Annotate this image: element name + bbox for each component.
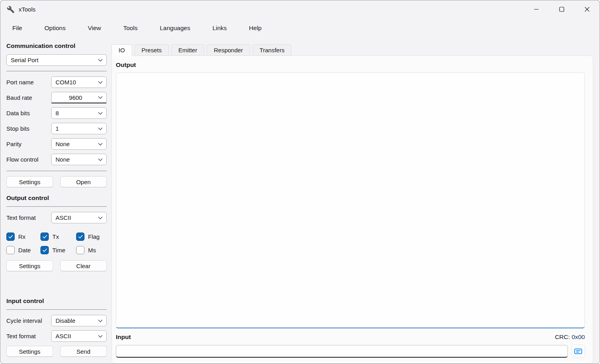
- checkbox-box: [6, 233, 15, 241]
- output-flags: Rx Tx Flag Date Time: [6, 233, 107, 254]
- checkbox-box: [76, 233, 84, 241]
- sidebar: Communication control Serial Port Port n…: [6, 38, 107, 364]
- cycle-interval-select[interactable]: Disable: [51, 315, 107, 326]
- checkbox-flag[interactable]: Flag: [76, 233, 107, 241]
- chevron-down-icon: [96, 143, 103, 146]
- port-name-row: Port name COM10: [6, 76, 107, 88]
- input-text-format-select[interactable]: ASCII: [51, 330, 107, 342]
- menu-help[interactable]: Help: [249, 25, 262, 32]
- output-section-label: Output: [116, 61, 585, 69]
- menu-file[interactable]: File: [12, 25, 22, 32]
- chevron-down-icon: [96, 112, 103, 115]
- minimize-button[interactable]: [523, 0, 549, 18]
- chevron-down-icon: [96, 59, 103, 62]
- divider: [6, 206, 107, 207]
- data-bits-select[interactable]: 8: [51, 107, 107, 119]
- input-format-button[interactable]: [571, 345, 585, 358]
- output-control-header: Output control: [6, 194, 107, 202]
- divider: [6, 171, 107, 171]
- input-buttons: Settings Send: [6, 346, 107, 357]
- window-title: xTools: [19, 6, 36, 13]
- communication-control-header: Communication control: [6, 42, 107, 50]
- link-type-select[interactable]: Serial Port: [6, 54, 107, 66]
- output-text-format-select[interactable]: ASCII: [51, 212, 107, 223]
- tab-presets[interactable]: Presets: [134, 44, 169, 56]
- menu-tools[interactable]: Tools: [123, 25, 138, 32]
- chevron-down-icon: [96, 127, 103, 130]
- tab-bar: IO Presets Emitter Responder Transfers: [111, 44, 593, 56]
- output-text-area[interactable]: [116, 72, 585, 328]
- input-row: [116, 345, 585, 358]
- text-panel-icon: [574, 347, 583, 355]
- input-section-label: Input: [116, 334, 131, 341]
- comm-buttons: Settings Open: [6, 176, 107, 187]
- send-button[interactable]: Send: [60, 346, 107, 357]
- checkbox-rx[interactable]: Rx: [6, 233, 40, 241]
- checkbox-box: [6, 246, 15, 254]
- output-buttons: Settings Clear: [6, 260, 107, 271]
- cycle-interval-row: Cycle interval Disable: [6, 315, 107, 326]
- checkbox-box: [40, 233, 49, 241]
- output-settings-button[interactable]: Settings: [6, 260, 53, 271]
- checkbox-box: [76, 246, 84, 254]
- chevron-down-icon: [96, 96, 103, 99]
- chevron-down-icon: [96, 216, 103, 219]
- wrench-icon: [7, 6, 15, 13]
- window-controls: [523, 0, 600, 18]
- checkbox-ms[interactable]: Ms: [76, 246, 107, 254]
- tab-io[interactable]: IO: [111, 44, 132, 56]
- baud-rate-row: Baud rate 9600: [6, 92, 107, 103]
- sidebar-spacer: [6, 271, 107, 297]
- input-settings-button[interactable]: Settings: [6, 346, 53, 357]
- clear-button[interactable]: Clear: [60, 260, 107, 271]
- menu-links[interactable]: Links: [213, 25, 227, 32]
- stop-bits-select[interactable]: 1: [51, 123, 107, 134]
- divider: [6, 309, 107, 310]
- tab-transfers[interactable]: Transfers: [253, 44, 292, 56]
- chevron-down-icon: [96, 335, 103, 338]
- crc-value: 0x00: [571, 334, 585, 340]
- menu-view[interactable]: View: [88, 25, 101, 32]
- parity-select[interactable]: None: [51, 138, 107, 150]
- checkbox-time[interactable]: Time: [40, 246, 76, 254]
- checkbox-date[interactable]: Date: [6, 246, 40, 254]
- menu-bar: File Options View Tools Languages Links …: [0, 18, 600, 38]
- crc-label: CRC:: [555, 334, 570, 340]
- checkbox-box: [40, 246, 49, 254]
- input-text-format-row: Text format ASCII: [6, 330, 107, 342]
- input-field[interactable]: [116, 345, 568, 358]
- stop-bits-row: Stop bits 1: [6, 123, 107, 134]
- checkbox-tx[interactable]: Tx: [40, 233, 76, 241]
- open-button[interactable]: Open: [60, 176, 107, 187]
- io-tab-pane: Output Input CRC: 0x00: [111, 55, 593, 364]
- baud-rate-select[interactable]: 9600: [51, 92, 107, 103]
- menu-options[interactable]: Options: [44, 25, 65, 32]
- main-area: IO Presets Emitter Responder Transfers O…: [111, 38, 593, 364]
- comm-settings-button[interactable]: Settings: [6, 176, 53, 187]
- port-name-select[interactable]: COM10: [51, 76, 107, 88]
- flow-control-row: Flow control None: [6, 154, 107, 165]
- input-header-row: Input CRC: 0x00: [116, 334, 585, 341]
- menu-languages[interactable]: Languages: [160, 25, 190, 32]
- data-bits-row: Data bits 8: [6, 107, 107, 119]
- tab-emitter[interactable]: Emitter: [171, 44, 205, 56]
- close-button[interactable]: [574, 0, 600, 18]
- tab-responder[interactable]: Responder: [207, 44, 250, 56]
- maximize-button[interactable]: [549, 0, 574, 18]
- output-text-format-row: Text format ASCII: [6, 212, 107, 223]
- crc-readout: CRC: 0x00: [555, 334, 585, 341]
- chevron-down-icon: [96, 158, 103, 161]
- app-window: xTools File Options View Tools Languages…: [0, 0, 600, 364]
- input-control-header: Input control: [6, 297, 107, 305]
- divider: [6, 71, 107, 71]
- flow-control-select[interactable]: None: [51, 154, 107, 165]
- content-area: Communication control Serial Port Port n…: [0, 38, 600, 364]
- chevron-down-icon: [96, 319, 103, 322]
- title-bar: xTools: [0, 0, 600, 18]
- chevron-down-icon: [96, 81, 103, 84]
- parity-row: Parity None: [6, 138, 107, 150]
